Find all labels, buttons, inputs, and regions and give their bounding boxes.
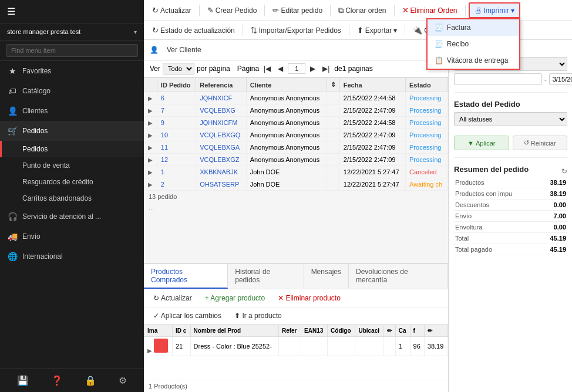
eliminar-orden-button[interactable]: ✕ Eliminar Orden [398, 4, 462, 17]
per-page-select[interactable]: Todo 20 50 [163, 63, 194, 75]
order-ref-link[interactable]: JQHNXICFM [200, 119, 237, 126]
expand-icon[interactable]: ▶ [148, 169, 153, 175]
expand-icon[interactable]: ▶ [148, 107, 153, 114]
save-icon[interactable]: 💾 [17, 375, 29, 386]
print-factura-item[interactable]: 🧾 Factura [428, 19, 519, 36]
help-icon[interactable]: ❓ [51, 375, 63, 386]
order-ref-link[interactable]: OHSATSERP [200, 181, 239, 188]
order-sort-cell [327, 178, 339, 191]
date-separator: - [544, 76, 547, 83]
bottom-actualizar-button[interactable]: ↻ Actualizar [149, 292, 197, 305]
order-id-link[interactable]: 12 [161, 156, 168, 163]
order-ref-link[interactable]: VCQLEBXG [200, 107, 235, 114]
sidebar-subitem-punto-venta[interactable]: Punto de venta [0, 157, 144, 174]
row-expand-cell: ▶ [144, 141, 157, 154]
sidebar-store[interactable]: store manager presta test ▾ [0, 23, 144, 40]
status-select[interactable]: All statuses [454, 112, 567, 126]
expand-icon[interactable]: ▶ [148, 95, 153, 102]
view-client-bar: 👤 Ver Cliente [144, 40, 448, 60]
order-ref-link[interactable]: XKBKNABJK [200, 168, 238, 175]
date-from-input[interactable] [454, 73, 542, 85]
last-page-button[interactable]: ▶| [320, 63, 332, 74]
order-id-link[interactable]: 6 [161, 94, 164, 102]
date-to-input[interactable] [549, 73, 572, 85]
agregar-producto-button[interactable]: + Agregar producto [200, 292, 270, 305]
lock-icon[interactable]: 🔒 [85, 375, 96, 386]
tab-mensajes[interactable]: Mensajes [304, 264, 349, 289]
tab-devoluciones[interactable]: Devoluciones de mercantía [349, 264, 448, 289]
print-recibo-item[interactable]: 🧾 Recibo [428, 36, 519, 52]
print-vitacora-item[interactable]: 📋 Vitácora de entrega [428, 52, 519, 69]
sidebar-item-favorites[interactable]: ★ Favorites [0, 61, 144, 81]
row-expand-icon[interactable]: ▶ [147, 347, 152, 354]
ir-producto-button[interactable]: ⬆ Ir a producto [230, 309, 287, 322]
col-id[interactable]: ID Pedido [157, 78, 196, 92]
aplicar-cambios-button[interactable]: ✓ Aplicar los cambios [149, 309, 226, 322]
summary-label: Total [454, 233, 540, 244]
store-name: store manager presta test [7, 28, 80, 35]
col-client[interactable]: Cliente [246, 78, 327, 92]
filter-buttons: ▼ Aplicar ↺ Reiniciar [454, 136, 567, 150]
sidebar-item-catalogo[interactable]: 🏷 Catálogo [0, 81, 144, 101]
clonar-orden-button[interactable]: ⧉ Clonar orden [334, 4, 391, 18]
sidebar-subitem-resguardos[interactable]: Resguardos de crédito [0, 174, 144, 190]
order-id-link[interactable]: 1 [161, 168, 164, 175]
order-ref-link[interactable]: VCQLEBXGZ [200, 156, 239, 163]
eliminar-producto-button[interactable]: ✕ Eliminar producto [273, 292, 345, 305]
exportar-button[interactable]: ⬆ Exportar ▾ [352, 23, 402, 37]
order-ref-link[interactable]: VCQLEBXGQ [200, 131, 240, 138]
next-page-button[interactable]: ▶ [308, 63, 318, 74]
summary-refresh-icon[interactable]: ↻ [561, 167, 567, 175]
order-ref-link[interactable]: JQHNXICF [200, 94, 232, 102]
order-id-link[interactable]: 9 [161, 119, 164, 126]
col-status[interactable]: Estado [406, 78, 448, 92]
importar-exportar-button[interactable]: ⇅ Importar/Exportar Pedidos [246, 23, 346, 37]
orders-count: 13 pedido [144, 191, 448, 202]
order-id-link[interactable]: 7 [161, 107, 164, 114]
expand-icon[interactable]: ▶ [148, 120, 153, 126]
expand-icon[interactable]: ▶ [148, 132, 153, 138]
reiniciar-button[interactable]: ↺ Reiniciar [513, 136, 568, 150]
col-sort[interactable]: ⇕ [327, 78, 339, 92]
sidebar-item-pedidos[interactable]: 🛒 Pedidos [0, 121, 144, 141]
sidebar-subitem-carritos[interactable]: Carritos abandonados [0, 190, 144, 207]
order-client-cell: Anonymous Anonymous [246, 92, 327, 104]
hamburger-icon[interactable]: ☰ [7, 6, 15, 17]
search-input[interactable] [6, 44, 138, 57]
prev-page-button[interactable]: ◀ [275, 63, 285, 74]
expand-icon[interactable]: ▶ [148, 144, 153, 151]
imprimir-button[interactable]: 🖨 Imprimir ▾ [469, 2, 520, 18]
actualizar-button[interactable]: ↻ Actualizar [147, 4, 196, 17]
ver-cliente-button[interactable]: Ver Cliente [162, 43, 206, 56]
crear-pedido-button[interactable]: ✎ Crear Pedido [203, 4, 262, 17]
order-id-link[interactable]: 10 [161, 131, 168, 138]
order-id-link[interactable]: 11 [161, 144, 168, 151]
sidebar-item-clientes[interactable]: 👤 Clientes [0, 101, 144, 121]
sidebar-item-envio[interactable]: 🚚 Envío [0, 227, 144, 246]
expand-icon[interactable]: ▶ [148, 181, 153, 188]
order-ref-cell: VCQLEBXGA [196, 141, 246, 154]
col-date[interactable]: Fecha [339, 78, 405, 92]
sidebar-item-internacional[interactable]: 🌐 Internacional [0, 246, 144, 266]
view-label: Ver [150, 65, 160, 73]
main-content: ↻ Actualizar ✎ Crear Pedido ✏ Editar ped… [144, 0, 572, 392]
order-ref-link[interactable]: VCQLEBXGA [200, 144, 240, 151]
sidebar-subitem-pedidos[interactable]: Pedidos [0, 141, 144, 157]
order-id-link[interactable]: 2 [161, 181, 164, 188]
estado-actualizacion-button[interactable]: ↻ Estado de actualización [147, 23, 240, 37]
tab-historial[interactable]: Historial de pedidos [228, 264, 304, 289]
settings-icon[interactable]: ⚙ [119, 375, 127, 386]
summary-label: Envoltura [454, 222, 540, 233]
col-ref[interactable]: Referencia [196, 78, 246, 92]
page-input[interactable] [288, 63, 305, 74]
editar-pedido-button[interactable]: ✏ Editar pedido [268, 4, 327, 17]
sidebar-item-servicio[interactable]: 🎧 Servicio de atención al ... [0, 207, 144, 227]
sidebar-item-label: Internacional [22, 252, 63, 261]
first-page-button[interactable]: |◀ [261, 63, 273, 74]
tab-productos-comprados[interactable]: Productos Comprados [144, 264, 228, 289]
sidebar-search-container [0, 40, 144, 61]
per-page-label: por página [197, 65, 230, 73]
expand-icon[interactable]: ▶ [148, 157, 153, 163]
aplicar-filter-button[interactable]: ▼ Aplicar [454, 136, 509, 150]
order-client-cell: Anonymous Anonymous [246, 154, 327, 166]
